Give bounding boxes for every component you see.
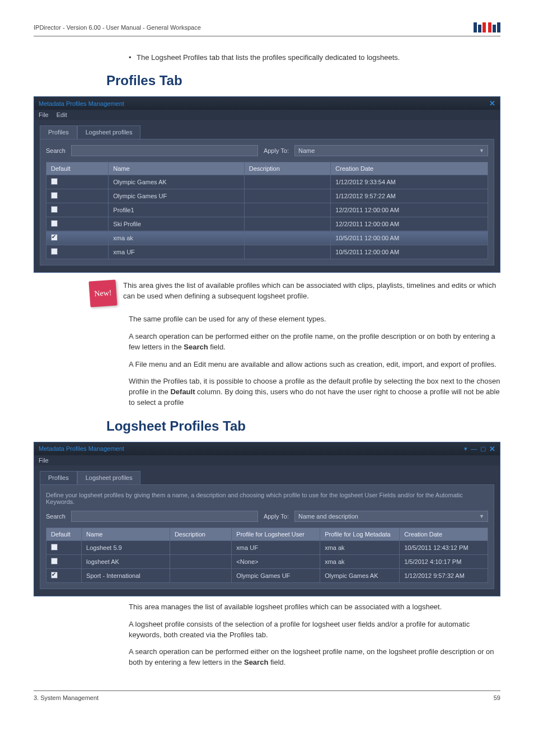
cell-name: Olympic Games AK (109, 175, 244, 189)
cell-name: Olympic Games UF (109, 189, 244, 203)
cell-creation-date: 1/12/2012 9:57:32 AM (400, 568, 488, 582)
section-profiles-tab: Profiles Tab (106, 73, 500, 88)
default-checkbox[interactable] (46, 245, 109, 259)
apply-to-dropdown[interactable]: Name ▼ (294, 145, 488, 156)
profiles-window: Metadata Profiles Management ✕ File Edit… (34, 96, 500, 273)
column-default[interactable]: Default (46, 162, 109, 175)
cell-creation-date: 10/5/2011 12:43:12 PM (400, 540, 488, 554)
evs-logo (474, 22, 500, 32)
paragraph: A search operation can be performed eith… (129, 332, 500, 353)
menubar: File (34, 455, 500, 465)
default-checkbox[interactable] (46, 540, 82, 554)
cell-profile-log-metadata: Olympic Games AK (320, 568, 400, 582)
apply-to-value: Name (298, 147, 315, 154)
paragraph: A logsheet profile consists of the selec… (129, 619, 500, 641)
column-name[interactable]: Name (109, 162, 244, 175)
cell-name: xma UF (109, 245, 244, 259)
table-row[interactable]: Profile112/2/2011 12:00:00 AM (46, 203, 488, 217)
apply-to-label: Apply To: (264, 513, 289, 520)
new-badge: New! (88, 279, 117, 307)
table-row[interactable]: Logsheet 5.9xma UFxma ak10/5/2011 12:43:… (46, 540, 488, 554)
note-text: This area gives the list of available pr… (123, 281, 500, 302)
section-logsheet-profiles-tab: Logsheet Profiles Tab (106, 418, 500, 434)
paragraph: This area manages the list of available … (129, 602, 500, 613)
default-checkbox[interactable] (46, 175, 109, 189)
column-creation-date[interactable]: Creation Date (400, 528, 488, 540)
cell-creation-date: 1/5/2012 4:10:17 PM (400, 554, 488, 568)
default-checkbox[interactable] (46, 217, 109, 231)
page-number: 59 (494, 694, 500, 701)
cell-description (244, 231, 331, 245)
paragraph: A File menu and an Edit menu are availab… (129, 360, 500, 370)
window-title: Metadata Profiles Management (39, 445, 124, 452)
chevron-down-icon: ▼ (479, 148, 484, 153)
cell-name: Sport - International (82, 568, 170, 582)
cell-description (244, 203, 331, 217)
table-row[interactable]: Olympic Games UF1/12/2012 9:57:22 AM (46, 189, 488, 203)
bullet-item: •The Logsheet Profiles tab that lists th… (129, 53, 500, 62)
column-profile-logsheet-user[interactable]: Profile for Logsheet User (232, 528, 320, 540)
cell-creation-date: 10/5/2011 12:00:00 AM (331, 231, 488, 245)
tab-logsheet-profiles[interactable]: Logsheet profiles (77, 471, 141, 484)
close-icon[interactable]: ✕ (489, 445, 495, 453)
table-row[interactable]: logsheet AK<None>xma ak1/5/2012 4:10:17 … (46, 554, 488, 568)
cell-creation-date: 12/2/2011 12:00:00 AM (331, 203, 488, 217)
table-row[interactable]: Sport - InternationalOlympic Games UFOly… (46, 568, 488, 582)
tab-profiles[interactable]: Profiles (40, 471, 77, 484)
cell-description (244, 217, 331, 231)
cell-name: Ski Profile (109, 217, 244, 231)
apply-to-label: Apply To: (264, 147, 289, 154)
cell-name: logsheet AK (82, 554, 170, 568)
cell-profile-log-metadata: xma ak (320, 540, 400, 554)
pin-icon[interactable]: ▾ (464, 445, 467, 452)
column-default[interactable]: Default (46, 528, 82, 540)
default-checkbox[interactable] (46, 203, 109, 217)
cell-profile-log-metadata: xma ak (320, 554, 400, 568)
search-label: Search (46, 147, 65, 154)
table-row[interactable]: Ski Profile12/2/2011 12:00:00 AM (46, 217, 488, 231)
cell-profile-logsheet-user: <None> (232, 554, 320, 568)
search-input[interactable] (71, 145, 258, 156)
default-checkbox[interactable] (46, 568, 82, 582)
footer-section: 3. System Management (34, 694, 99, 701)
logsheet-hint: Define your logsheet profiles by giving … (46, 492, 488, 505)
cell-description (244, 245, 331, 259)
default-checkbox[interactable] (46, 554, 82, 568)
tab-logsheet-profiles[interactable]: Logsheet profiles (77, 125, 141, 139)
cell-name: xma ak (109, 231, 244, 245)
menu-file[interactable]: File (39, 457, 49, 464)
default-checkbox[interactable] (46, 231, 109, 245)
paragraph: A search operation can be performed eith… (129, 647, 500, 668)
cell-name: Profile1 (109, 203, 244, 217)
column-profile-log-metadata[interactable]: Profile for Log Metadata (320, 528, 400, 540)
tab-profiles[interactable]: Profiles (40, 125, 77, 139)
menu-file[interactable]: File (39, 111, 49, 118)
search-label: Search (46, 513, 65, 520)
close-icon[interactable]: ✕ (489, 99, 495, 108)
apply-to-dropdown[interactable]: Name and description ▼ (294, 511, 488, 522)
cell-description (170, 554, 231, 568)
cell-creation-date: 1/12/2012 9:33:54 AM (331, 175, 488, 189)
table-row[interactable]: xma UF10/5/2011 12:00:00 AM (46, 245, 488, 259)
menu-edit[interactable]: Edit (57, 111, 67, 118)
maximize-icon[interactable]: ▢ (480, 445, 486, 452)
page-footer: 3. System Management 59 (34, 690, 500, 701)
cell-description (170, 540, 231, 554)
column-name[interactable]: Name (82, 528, 170, 540)
column-description[interactable]: Description (244, 162, 331, 175)
default-checkbox[interactable] (46, 189, 109, 203)
table-row[interactable]: xma ak10/5/2011 12:00:00 AM (46, 231, 488, 245)
menubar: File Edit (34, 110, 500, 120)
column-description[interactable]: Description (170, 528, 231, 540)
search-input[interactable] (71, 511, 258, 522)
column-creation-date[interactable]: Creation Date (331, 162, 488, 175)
minimize-icon[interactable]: — (471, 445, 477, 452)
table-row[interactable]: Olympic Games AK1/12/2012 9:33:54 AM (46, 175, 488, 189)
cell-creation-date: 10/5/2011 12:00:00 AM (331, 245, 488, 259)
cell-description (170, 568, 231, 582)
cell-description (244, 175, 331, 189)
page-header: IPDirector - Version 6.00 - User Manual … (34, 22, 500, 36)
cell-creation-date: 12/2/2011 12:00:00 AM (331, 217, 488, 231)
cell-profile-logsheet-user: xma UF (232, 540, 320, 554)
chevron-down-icon: ▼ (479, 514, 484, 519)
